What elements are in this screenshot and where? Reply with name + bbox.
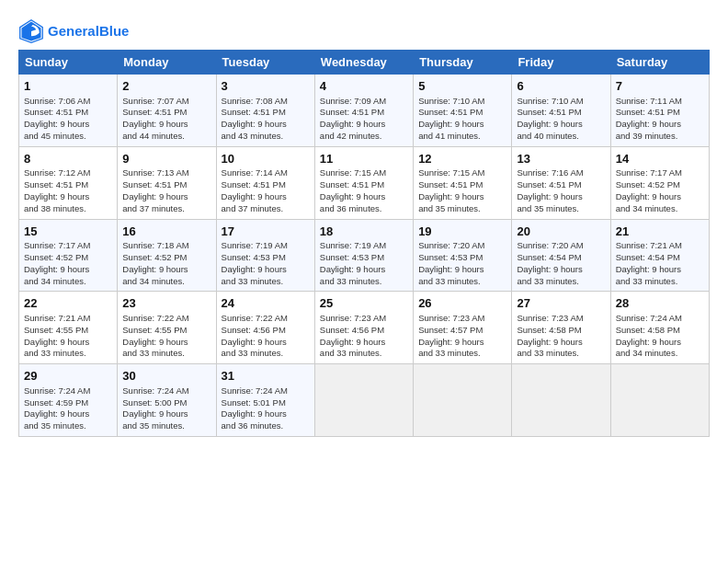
cell-info-line: and 33 minutes. xyxy=(320,348,408,360)
cell-info-line: and 33 minutes. xyxy=(222,348,310,360)
col-header-wednesday: Wednesday xyxy=(314,51,413,75)
cell-info-line: and 35 minutes. xyxy=(517,203,605,215)
cell-info-line: Sunrise: 7:11 AM xyxy=(616,96,704,108)
day-number: 12 xyxy=(418,151,506,167)
cell-info-line: Sunset: 4:51 PM xyxy=(517,107,605,119)
cell-info-line: and 33 minutes. xyxy=(24,348,112,360)
cell-info-line: and 36 minutes. xyxy=(320,203,408,215)
day-number: 23 xyxy=(122,295,210,312)
day-number: 30 xyxy=(122,368,210,385)
cell-info-line: Sunset: 5:01 PM xyxy=(222,397,310,409)
cell-info-line: Sunrise: 7:18 AM xyxy=(122,240,210,252)
cell-info-line: and 33 minutes. xyxy=(418,276,506,288)
day-number: 20 xyxy=(517,224,605,240)
logo: GeneralBlue xyxy=(18,18,129,44)
day-number: 31 xyxy=(222,368,310,385)
cell-info-line: Daylight: 9 hours xyxy=(616,264,704,276)
day-number: 15 xyxy=(24,224,112,240)
cell-info-line: Sunset: 4:52 PM xyxy=(616,179,704,191)
cell-info-line: Sunrise: 7:20 AM xyxy=(517,240,605,252)
cell-info-line: and 35 minutes. xyxy=(418,203,506,215)
col-header-saturday: Saturday xyxy=(610,51,709,75)
cell-info-line: and 37 minutes. xyxy=(222,203,310,215)
calendar-cell: 17Sunrise: 7:19 AMSunset: 4:53 PMDayligh… xyxy=(216,219,314,292)
calendar-cell xyxy=(610,364,709,437)
calendar-cell: 30Sunrise: 7:24 AMSunset: 5:00 PMDayligh… xyxy=(118,364,216,437)
calendar-cell: 10Sunrise: 7:14 AMSunset: 4:51 PMDayligh… xyxy=(216,146,314,219)
cell-info-line: Sunset: 4:51 PM xyxy=(24,107,112,119)
cell-info-line: and 35 minutes. xyxy=(122,420,210,432)
day-number: 24 xyxy=(222,295,310,312)
cell-info-line: Sunset: 4:59 PM xyxy=(24,397,112,409)
cell-info-line: Daylight: 9 hours xyxy=(517,191,605,203)
day-number: 26 xyxy=(418,295,506,312)
cell-info-line: Sunset: 4:56 PM xyxy=(222,325,310,337)
calendar-cell xyxy=(314,364,413,437)
day-number: 28 xyxy=(616,295,704,312)
cell-info-line: Sunrise: 7:23 AM xyxy=(418,313,506,325)
cell-info-line: Sunrise: 7:07 AM xyxy=(122,96,210,108)
cell-info-line: Sunset: 4:51 PM xyxy=(517,179,605,191)
cell-info-line: Sunset: 4:55 PM xyxy=(122,325,210,337)
day-number: 17 xyxy=(222,224,310,240)
cell-info-line: Sunset: 4:51 PM xyxy=(122,107,210,119)
cell-info-line: and 34 minutes. xyxy=(24,276,112,288)
cell-info-line: Daylight: 9 hours xyxy=(418,191,506,203)
cell-info-line: and 33 minutes. xyxy=(222,276,310,288)
calendar-cell: 5Sunrise: 7:10 AMSunset: 4:51 PMDaylight… xyxy=(414,75,512,147)
cell-info-line: Sunset: 4:51 PM xyxy=(222,107,310,119)
calendar-cell: 24Sunrise: 7:22 AMSunset: 4:56 PMDayligh… xyxy=(216,292,314,364)
cell-info-line: Sunset: 4:58 PM xyxy=(517,325,605,337)
cell-info-line: and 36 minutes. xyxy=(222,420,310,432)
calendar-cell: 4Sunrise: 7:09 AMSunset: 4:51 PMDaylight… xyxy=(314,75,413,147)
cell-info-line: Sunrise: 7:12 AM xyxy=(24,167,112,179)
cell-info-line: and 38 minutes. xyxy=(24,203,112,215)
cell-info-line: Sunrise: 7:19 AM xyxy=(320,240,408,252)
cell-info-line: Sunrise: 7:19 AM xyxy=(222,240,310,252)
cell-info-line: Sunrise: 7:23 AM xyxy=(517,313,605,325)
day-number: 4 xyxy=(320,78,408,95)
calendar-cell: 29Sunrise: 7:24 AMSunset: 4:59 PMDayligh… xyxy=(19,364,118,437)
cell-info-line: and 33 minutes. xyxy=(517,276,605,288)
calendar-table: SundayMondayTuesdayWednesdayThursdayFrid… xyxy=(18,50,710,437)
calendar-cell: 15Sunrise: 7:17 AMSunset: 4:52 PMDayligh… xyxy=(19,219,118,292)
cell-info-line: Sunset: 4:51 PM xyxy=(24,179,112,191)
cell-info-line: Sunrise: 7:17 AM xyxy=(616,167,704,179)
day-number: 19 xyxy=(418,224,506,240)
cell-info-line: Sunrise: 7:14 AM xyxy=(222,167,310,179)
cell-info-line: Sunset: 4:51 PM xyxy=(418,107,506,119)
day-number: 1 xyxy=(24,78,112,95)
cell-info-line: Sunrise: 7:22 AM xyxy=(222,313,310,325)
cell-info-line: Sunrise: 7:08 AM xyxy=(222,96,310,108)
calendar-cell xyxy=(512,364,610,437)
cell-info-line: Daylight: 9 hours xyxy=(517,119,605,131)
calendar-cell: 1Sunrise: 7:06 AMSunset: 4:51 PMDaylight… xyxy=(19,75,118,147)
cell-info-line: Sunset: 4:56 PM xyxy=(320,325,408,337)
cell-info-line: and 34 minutes. xyxy=(616,203,704,215)
cell-info-line: Sunrise: 7:10 AM xyxy=(517,96,605,108)
day-number: 21 xyxy=(616,224,704,240)
cell-info-line: Daylight: 9 hours xyxy=(616,119,704,131)
calendar-cell xyxy=(414,364,512,437)
cell-info-line: Sunset: 4:51 PM xyxy=(616,107,704,119)
day-number: 16 xyxy=(122,224,210,240)
calendar-cell: 2Sunrise: 7:07 AMSunset: 4:51 PMDaylight… xyxy=(118,75,216,147)
cell-info-line: and 39 minutes. xyxy=(616,131,704,143)
day-number: 22 xyxy=(24,295,112,312)
cell-info-line: and 41 minutes. xyxy=(418,131,506,143)
cell-info-line: Daylight: 9 hours xyxy=(24,119,112,131)
cell-info-line: and 35 minutes. xyxy=(24,420,112,432)
cell-info-line: and 33 minutes. xyxy=(517,348,605,360)
cell-info-line: Sunrise: 7:15 AM xyxy=(418,167,506,179)
day-number: 25 xyxy=(320,295,408,312)
cell-info-line: Sunset: 4:54 PM xyxy=(517,252,605,264)
cell-info-line: Daylight: 9 hours xyxy=(320,191,408,203)
day-number: 14 xyxy=(616,151,704,167)
cell-info-line: Daylight: 9 hours xyxy=(122,408,210,420)
cell-info-line: Sunrise: 7:23 AM xyxy=(320,313,408,325)
col-header-friday: Friday xyxy=(512,51,610,75)
calendar-cell: 19Sunrise: 7:20 AMSunset: 4:53 PMDayligh… xyxy=(414,219,512,292)
cell-info-line: and 43 minutes. xyxy=(222,131,310,143)
cell-info-line: Daylight: 9 hours xyxy=(616,191,704,203)
cell-info-line: Daylight: 9 hours xyxy=(24,191,112,203)
